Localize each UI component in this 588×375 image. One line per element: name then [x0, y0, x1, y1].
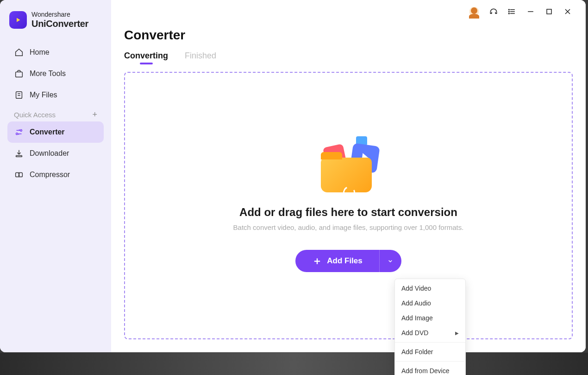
- dropzone-illustration: ♪: [316, 139, 381, 195]
- brand-line2: UniConverter: [31, 19, 88, 29]
- background-strip: [0, 353, 588, 375]
- dropzone[interactable]: ♪ Add or drag files here to start conver…: [124, 72, 573, 339]
- titlebar: [124, 0, 573, 19]
- menu-separator: [395, 361, 465, 362]
- svg-rect-1: [16, 92, 22, 99]
- logo-mark-icon: [9, 11, 27, 29]
- sidebar-item-label: More Tools: [30, 70, 66, 78]
- converter-icon: [14, 127, 24, 137]
- home-icon: [14, 47, 24, 57]
- page-title: Converter: [124, 28, 573, 43]
- dropzone-subtext: Batch convert video, audio, and image fi…: [233, 223, 464, 231]
- sidebar: Wondershare UniConverter Home More Tools…: [0, 0, 111, 352]
- sidebar-item-my-files[interactable]: My Files: [7, 84, 104, 106]
- support-icon[interactable]: [488, 6, 499, 17]
- plus-icon: ＋: [312, 256, 322, 266]
- add-files-label: Add Files: [327, 256, 363, 266]
- compress-icon: [14, 170, 24, 180]
- svg-point-8: [509, 13, 510, 14]
- menu-item-label: Add Audio: [401, 299, 431, 307]
- menu-item-label: Add Folder: [401, 348, 433, 356]
- chevron-right-icon: ▶: [455, 331, 459, 336]
- brand-line1: Wondershare: [31, 11, 88, 18]
- menu-item-label: Add DVD: [401, 329, 428, 337]
- chevron-down-icon: [387, 257, 394, 265]
- svg-point-3: [16, 133, 18, 135]
- add-quick-access-button[interactable]: +: [92, 110, 97, 119]
- sidebar-item-label: Downloader: [30, 149, 69, 158]
- menu-item-add-image[interactable]: Add Image: [395, 311, 465, 325]
- briefcase-icon: [14, 69, 24, 79]
- menu-item-add-audio[interactable]: Add Audio: [395, 296, 465, 311]
- quick-access-label: Quick Access: [14, 111, 56, 119]
- tab-finished[interactable]: Finished: [185, 51, 216, 64]
- menu-item-add-from-device[interactable]: Add from Device: [395, 363, 465, 375]
- add-files-button-group: ＋ Add Files: [295, 250, 401, 272]
- main-panel: Converter Converting Finished ♪ Add or d…: [111, 0, 586, 352]
- svg-point-7: [509, 11, 510, 12]
- add-files-menu: Add Video Add Audio Add Image Add DVD▶ A…: [394, 279, 466, 375]
- menu-item-label: Add Video: [401, 285, 431, 292]
- close-button[interactable]: [563, 6, 573, 17]
- menu-separator: [395, 342, 465, 343]
- menu-item-add-dvd[interactable]: Add DVD▶: [395, 325, 465, 340]
- sidebar-item-label: Compressor: [30, 171, 70, 179]
- sidebar-item-more-tools[interactable]: More Tools: [7, 63, 104, 84]
- sidebar-item-label: Home: [30, 48, 50, 57]
- tab-converting[interactable]: Converting: [124, 51, 168, 64]
- svg-rect-9: [547, 9, 551, 14]
- menu-item-add-video[interactable]: Add Video: [395, 281, 465, 296]
- sidebar-item-downloader[interactable]: Downloader: [7, 143, 104, 164]
- logo: Wondershare UniConverter: [7, 11, 104, 29]
- add-files-button[interactable]: ＋ Add Files: [295, 250, 379, 272]
- menu-item-label: Add from Device: [401, 367, 449, 375]
- sidebar-item-converter[interactable]: Converter: [7, 121, 104, 143]
- menu-item-add-folder[interactable]: Add Folder: [395, 344, 465, 359]
- add-files-dropdown-button[interactable]: [379, 250, 401, 272]
- sidebar-item-label: My Files: [30, 91, 57, 99]
- user-avatar-icon[interactable]: [468, 6, 480, 18]
- sidebar-item-home[interactable]: Home: [7, 42, 104, 63]
- tabs: Converting Finished: [124, 51, 573, 64]
- svg-point-6: [509, 9, 510, 10]
- maximize-button[interactable]: [544, 6, 554, 17]
- minimize-button[interactable]: [525, 6, 536, 17]
- sidebar-item-compressor[interactable]: Compressor: [7, 164, 104, 185]
- download-icon: [14, 148, 24, 159]
- svg-rect-4: [16, 156, 22, 157]
- sidebar-item-label: Converter: [30, 128, 65, 136]
- quick-access-header: Quick Access +: [7, 106, 104, 121]
- menu-item-label: Add Image: [401, 314, 433, 322]
- dropzone-heading: Add or drag files here to start conversi…: [239, 206, 457, 219]
- svg-rect-0: [16, 72, 23, 77]
- svg-point-2: [20, 130, 22, 132]
- app-window: Wondershare UniConverter Home More Tools…: [0, 0, 586, 352]
- menu-list-icon[interactable]: [507, 6, 517, 17]
- file-icon: [14, 90, 24, 100]
